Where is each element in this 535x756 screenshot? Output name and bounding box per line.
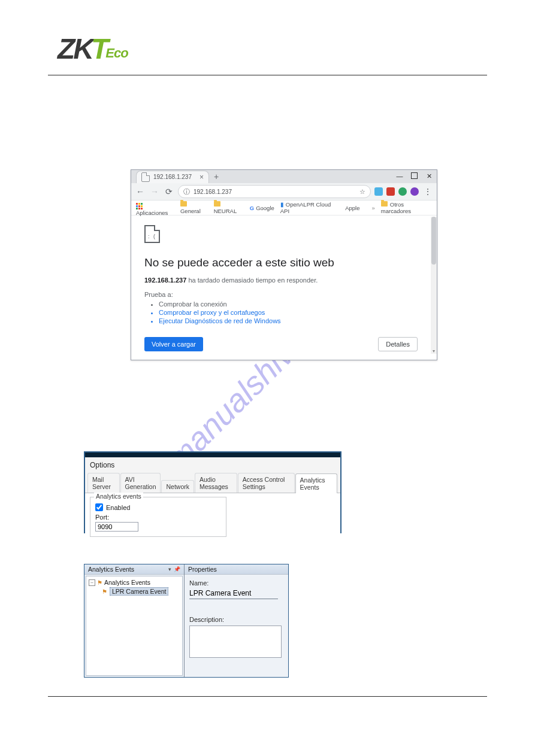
favicon-generic-icon (141, 172, 150, 182)
ext-icon[interactable] (386, 187, 395, 196)
minimize-button[interactable]: — (395, 172, 404, 180)
ae-tree-pane: Analytics Events ▾ 📌 – ⚑ Analytics Event… (84, 564, 185, 677)
options-body: Analytics events Enabled Port: (85, 493, 340, 542)
logo-t: T (91, 35, 107, 63)
suggestion-list: Comprobar la conexión Comprobar el proxy… (144, 300, 418, 324)
error-subline: 192.168.1.237 ha tardado demasiado tiemp… (144, 277, 418, 284)
bookmark-openalpr[interactable]: ▮OpenALPR Cloud API (280, 201, 337, 214)
events-tree[interactable]: – ⚑ Analytics Events ⚑ LPR Camera Event (86, 576, 183, 676)
bookmark-folder[interactable]: General (180, 201, 208, 214)
tab-title: 192.168.1.237 (153, 174, 192, 180)
ext-icon[interactable] (398, 187, 407, 196)
error-heading: No se puede acceder a este sitio web (144, 256, 418, 269)
bookmark-google[interactable]: GGoogle (250, 205, 274, 211)
zkteco-logo: ZK T Eco (58, 35, 128, 63)
vertical-scrollbar[interactable]: ▴ ▾ (431, 217, 437, 354)
chrome-menu-icon[interactable]: ⋮ (422, 187, 433, 196)
header-separator (48, 75, 487, 75)
tab-audio-messages[interactable]: Audio Messages (195, 473, 237, 493)
maximize-button[interactable] (411, 172, 418, 179)
tab-access-control-settings[interactable]: Access Control Settings (238, 473, 295, 493)
folder-icon (180, 201, 187, 207)
dialog-titlebar[interactable] (85, 453, 340, 457)
bookmark-apple[interactable]: Apple (343, 205, 359, 211)
star-bookmark-icon[interactable]: ☆ (359, 188, 365, 196)
openalpr-icon: ▮ (280, 201, 284, 208)
event-icon: ⚑ (97, 579, 102, 586)
scroll-down-icon[interactable]: ▾ (431, 348, 437, 354)
folder-icon (381, 201, 388, 207)
pane-tools: ▾ 📌 (168, 566, 180, 572)
apps-grid-icon (136, 203, 143, 210)
overflow-chevron-icon[interactable]: » (372, 205, 375, 211)
tab-close-icon[interactable]: × (200, 173, 204, 181)
enabled-label: Enabled (106, 504, 130, 511)
tree-collapse-icon[interactable]: – (89, 579, 95, 586)
browser-window: 192.168.1.237 × + — ✕ ← → ⟳ ⓘ 192.168.1.… (131, 169, 437, 360)
reload-button[interactable]: Volver a cargar (144, 337, 203, 351)
tree-child[interactable]: ⚑ LPR Camera Event (102, 587, 180, 596)
ae-left-title-text: Analytics Events (88, 566, 134, 573)
bookmark-folder[interactable]: NEURAL (214, 201, 244, 214)
try-label: Prueba a: (144, 291, 418, 298)
dropdown-icon[interactable]: ▾ (168, 566, 171, 572)
options-dialog: Options Mail Server AVI Generation Netwo… (84, 451, 341, 533)
ae-left-title: Analytics Events ▾ 📌 (84, 564, 184, 575)
logo-zk: ZK (58, 35, 92, 63)
suggestion-link[interactable]: Ejecutar Diagnósticos de red de Windows (159, 317, 418, 324)
tree-root-label: Analytics Events (104, 579, 150, 586)
folder-icon (214, 201, 220, 207)
toolbar: ← → ⟳ ⓘ 192.168.1.237 ☆ ⋮ (131, 183, 437, 201)
suggestion-link[interactable]: Comprobar el proxy y el cortafuegos (159, 309, 418, 316)
tree-root[interactable]: – ⚑ Analytics Events (89, 579, 180, 586)
enabled-row: Enabled (95, 503, 221, 511)
event-icon: ⚑ (102, 588, 107, 595)
scrollbar-thumb[interactable] (431, 217, 436, 265)
page-content: : ( No se puede acceder a este sitio web… (131, 217, 431, 360)
analytics-events-panel: Analytics Events ▾ 📌 – ⚑ Analytics Event… (84, 564, 289, 678)
browser-tab[interactable]: 192.168.1.237 × (136, 171, 209, 183)
site-info-icon[interactable]: ⓘ (183, 187, 190, 196)
window-controls: — ✕ (395, 172, 433, 180)
footer-separator (48, 696, 487, 697)
extensions: ⋮ (374, 187, 433, 196)
details-button[interactable]: Detalles (378, 337, 418, 351)
google-g-icon: G (250, 205, 254, 211)
reload-button[interactable]: ⟳ (164, 187, 174, 196)
description-input[interactable] (189, 626, 282, 658)
new-tab-button[interactable]: + (214, 172, 219, 181)
ext-icon[interactable] (374, 187, 383, 196)
port-input[interactable] (95, 522, 138, 532)
pin-icon[interactable]: 📌 (174, 566, 180, 572)
suggestion-item: Comprobar la conexión (159, 300, 418, 308)
fieldset-legend: Analytics events (94, 493, 143, 500)
tab-mail-server[interactable]: Mail Server (87, 473, 120, 493)
address-bar[interactable]: ⓘ 192.168.1.237 ☆ (178, 185, 371, 198)
port-label: Port: (95, 514, 221, 521)
tab-avi-generation[interactable]: AVI Generation (120, 473, 161, 493)
options-tabstrip: Mail Server AVI Generation Network Audio… (85, 473, 340, 493)
url-text: 192.168.1.237 (194, 189, 232, 195)
tabstrip: 192.168.1.237 × + — ✕ (131, 170, 437, 183)
ae-right-title: Properties (185, 564, 288, 575)
other-bookmarks[interactable]: Otros marcadores (381, 201, 432, 214)
tab-network[interactable]: Network (161, 480, 194, 493)
apps-shortcut[interactable]: Aplicaciones (136, 199, 174, 216)
description-label: Description: (189, 616, 283, 623)
close-button[interactable]: ✕ (425, 172, 433, 180)
tree-child-label: LPR Camera Event (110, 587, 168, 596)
back-button[interactable]: ← (135, 187, 146, 196)
analytics-events-fieldset: Analytics events Enabled Port: (90, 497, 226, 537)
name-input[interactable] (189, 588, 278, 599)
port-row: Port: (95, 514, 221, 532)
forward-button[interactable]: → (149, 187, 160, 196)
bookmarks-bar: Aplicaciones General NEURAL GGoogle ▮Ope… (131, 201, 437, 215)
sad-document-icon: : ( (144, 225, 160, 243)
profile-avatar-icon[interactable] (410, 187, 419, 196)
name-label: Name: (189, 579, 283, 587)
properties-body: Name: Description: (185, 575, 288, 677)
logo-eco: Eco (105, 47, 128, 60)
enabled-checkbox[interactable] (95, 503, 103, 511)
tab-analytics-events[interactable]: Analytics Events (295, 473, 337, 493)
ae-properties-pane: Properties Name: Description: (185, 564, 288, 677)
